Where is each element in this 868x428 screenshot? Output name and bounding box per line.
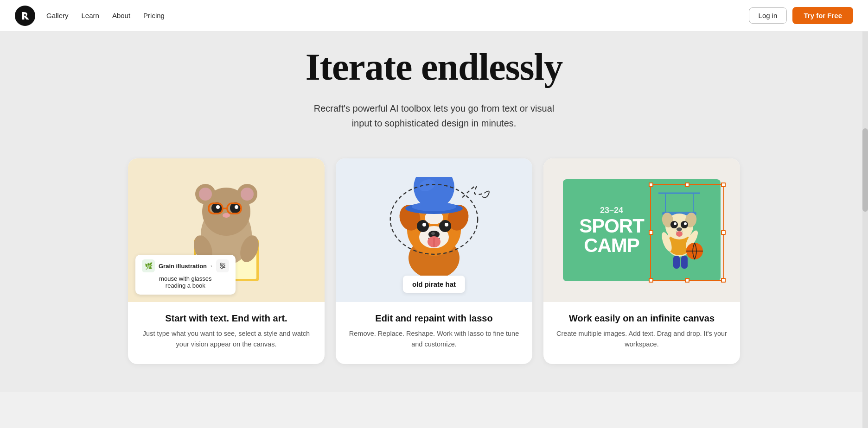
handle-br <box>721 278 726 283</box>
handle-tr <box>721 183 726 187</box>
hero-section: Iterate endlessly Recraft's powerful AI … <box>0 0 868 392</box>
svg-point-31 <box>223 265 224 267</box>
svg-point-66 <box>677 227 682 231</box>
logo[interactable] <box>15 6 35 26</box>
feature-cards: 🌿 Grain illustration › <box>109 158 759 364</box>
nav-right: Log in Try for Free <box>749 7 853 24</box>
dog-basketball-illustration <box>654 189 705 272</box>
style-badge-icon: 🌿 <box>142 259 155 272</box>
svg-point-20 <box>216 205 220 209</box>
svg-point-45 <box>445 223 448 227</box>
nav-link-learn[interactable]: Learn <box>82 12 99 19</box>
try-for-free-button[interactable]: Try for Free <box>792 7 853 24</box>
card2-title: Edit and repaint with lasso <box>349 313 519 324</box>
hero-title: Iterate endlessly <box>0 46 868 88</box>
card2-image-area: old pirate hat <box>336 158 532 302</box>
card2-desc: Remove. Replace. Reshape. Work with lass… <box>349 328 519 349</box>
sport-camp-poster: 23–24 SPORT CAMP <box>563 179 721 281</box>
svg-point-16 <box>241 188 254 201</box>
style-tuner-icon[interactable] <box>216 259 229 272</box>
tuner-icon <box>219 262 226 270</box>
svg-point-21 <box>235 205 238 209</box>
navbar: Gallery Learn About Pricing Log in Try f… <box>0 0 868 31</box>
nav-links: Gallery Learn About Pricing <box>46 12 165 19</box>
card2-body: Edit and repaint with lasso Remove. Repl… <box>336 302 532 349</box>
svg-point-44 <box>422 223 426 227</box>
card3-title: Work easily on an infinite canvas <box>556 313 727 324</box>
chevron-right-icon: › <box>211 263 212 269</box>
svg-rect-72 <box>673 256 680 269</box>
card3-bg: 23–24 SPORT CAMP <box>543 158 740 302</box>
svg-point-65 <box>684 222 687 225</box>
card3-image-area: 23–24 SPORT CAMP <box>543 158 740 302</box>
nav-link-gallery[interactable]: Gallery <box>46 12 69 19</box>
card-canvas: 23–24 SPORT CAMP <box>543 158 740 364</box>
logo-icon <box>19 10 31 22</box>
poster-image-area <box>649 189 709 272</box>
poster-title: SPORT CAMP <box>574 216 649 255</box>
card3-desc: Create multiple images. Add text. Drag a… <box>556 328 727 349</box>
card1-bg: 🌿 Grain illustration › <box>128 158 325 302</box>
dog-illustration <box>388 177 480 283</box>
poster-text-area: 23–24 SPORT CAMP <box>574 206 649 255</box>
svg-point-67 <box>676 231 683 237</box>
svg-point-64 <box>674 222 677 225</box>
poster-year: 23–24 <box>574 206 649 215</box>
svg-point-41 <box>431 232 435 235</box>
scrollbar[interactable] <box>862 0 868 428</box>
scrollbar-thumb[interactable] <box>862 128 868 212</box>
style-badge-label: Grain illustration <box>159 263 207 270</box>
card-text-art: 🌿 Grain illustration › <box>128 158 325 364</box>
svg-point-32 <box>221 267 223 269</box>
style-badge: 🌿 Grain illustration › <box>135 255 236 295</box>
card-lasso: old pirate hat Edit and repaint with las… <box>336 158 532 364</box>
nav-link-pricing[interactable]: Pricing <box>143 12 165 19</box>
svg-rect-73 <box>681 256 688 269</box>
card2-bg: old pirate hat <box>336 158 532 302</box>
hero-subtitle: Recraft's powerful AI toolbox lets you g… <box>290 101 578 131</box>
nav-link-about[interactable]: About <box>112 12 130 19</box>
poster-inner: 23–24 SPORT CAMP <box>563 179 721 281</box>
style-badge-top: 🌿 Grain illustration › <box>142 259 229 272</box>
card3-body: Work easily on an infinite canvas Create… <box>543 302 740 349</box>
login-button[interactable]: Log in <box>749 7 787 24</box>
lasso-label: old pirate hat <box>403 276 465 293</box>
card1-body: Start with text. End with art. Just type… <box>128 302 325 349</box>
handle-mr <box>721 230 726 235</box>
card1-image-area: 🌿 Grain illustration › <box>128 158 325 302</box>
svg-point-17 <box>223 213 230 218</box>
card1-desc: Just type what you want to see, select a… <box>141 328 312 349</box>
svg-point-30 <box>220 263 222 265</box>
card1-title: Start with text. End with art. <box>141 313 312 324</box>
svg-point-14 <box>199 188 212 201</box>
card1-prompt: mouse with glassesreading a book <box>142 275 229 289</box>
